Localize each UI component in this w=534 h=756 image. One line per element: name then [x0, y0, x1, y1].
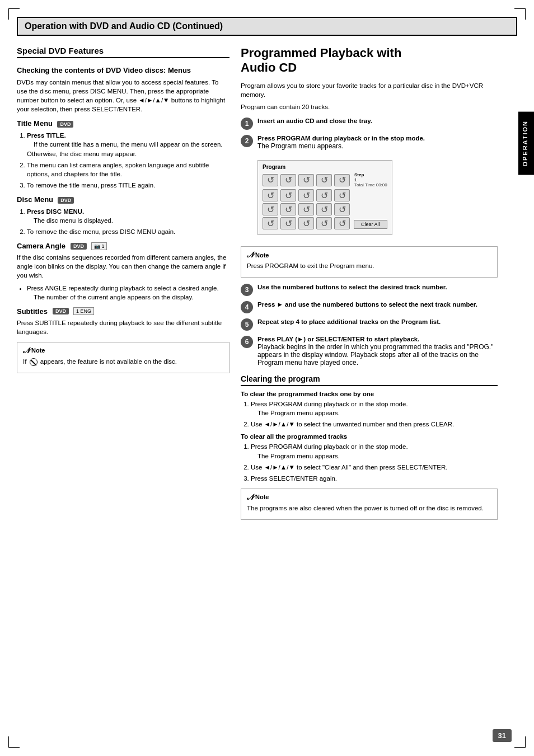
list-item: Press DISC MENU. The disc menu is displa… — [27, 207, 229, 225]
prog-cell: ↺ — [280, 203, 296, 215]
step-num-3: 3 — [241, 284, 253, 296]
clearing-note-text: The programs are also cleared when the p… — [247, 504, 491, 513]
dvd-badge-camera: DVD — [71, 243, 87, 250]
prog-cell: ↺ — [334, 203, 350, 215]
clearing-note-block: 𝒩 Note The programs are also cleared whe… — [241, 489, 498, 520]
program-row-1: ↺ ↺ ↺ ↺ ↺ Step 1 Total Time 00:00 — [263, 172, 387, 187]
prog-cell: ↺ — [316, 174, 332, 186]
title-menu-intro: DVDs may contain menus that allow you to… — [17, 78, 229, 114]
left-column: Special DVD Features Checking the conten… — [17, 46, 229, 525]
step-3-content: Use the numbered buttons to select the d… — [257, 283, 498, 291]
title-menu-label: Title Menu — [17, 119, 53, 128]
pp-intro2: Program can contain 20 tracks. — [241, 102, 498, 111]
program-row-4: ↺ ↺ ↺ ↺ ↺ Clear All — [263, 217, 387, 229]
pp-main-title: Programmed Playback with Audio CD — [241, 46, 498, 76]
step-1-content: Insert an audio CD and close the tray. — [257, 117, 498, 125]
clearing-all-title: To clear all the programmed tracks — [241, 433, 498, 440]
step-num-5: 5 — [241, 318, 253, 331]
clearing-one-by-one-steps: Press PROGRAM during playback or in the … — [251, 400, 498, 429]
clearing-title: Clearing the program — [241, 374, 498, 386]
pp-intro1: Program allows you to store your favorit… — [241, 81, 498, 99]
dvd-badge-subtitles: DVD — [53, 308, 69, 314]
program-ui-header: Program — [263, 164, 387, 170]
prog-cell: ↺ — [263, 203, 278, 215]
step-5: 5 Repeat step 4 to place additional trac… — [241, 318, 498, 331]
list-item: To remove the disc menu, press DISC MENU… — [27, 227, 229, 236]
prog-cell: ↺ — [298, 174, 314, 186]
title-menu-heading: Checking the contents of DVD Video discs… — [17, 66, 229, 74]
list-item: Press ANGLE repeatedly during playback t… — [27, 284, 229, 302]
step-6: 6 Press PLAY (►) or SELECT/ENTER to star… — [241, 335, 498, 367]
camera-angle-list: Press ANGLE repeatedly during playback t… — [27, 284, 229, 302]
clearing-note-title: 𝒩 Note — [247, 492, 491, 502]
prog-cell: ↺ — [298, 203, 314, 215]
disc-menu-steps: Press DISC MENU. The disc menu is displa… — [27, 207, 229, 236]
right-column: Programmed Playback with Audio CD Progra… — [241, 46, 517, 525]
special-dvd-features-title: Special DVD Features — [17, 46, 229, 58]
title-menu-steps: Press TITLE. If the current title has a … — [27, 131, 229, 190]
prog-cell: ↺ — [334, 189, 350, 201]
list-item: Press SELECT/ENTER again. — [251, 474, 498, 483]
camera-angle-body: If the disc contains sequences recorded … — [17, 253, 229, 280]
clearing-one-by-one-title: To clear the programmed tracks one by on… — [241, 391, 498, 397]
prog-cell: ↺ — [334, 217, 350, 229]
right-note-title: 𝒩 Note — [247, 250, 491, 260]
step-num-2: 2 — [241, 135, 253, 147]
dvd-badge-title-menu: DVD — [57, 121, 73, 128]
page-header-title: Operation with DVD and Audio CD (Continu… — [25, 21, 509, 31]
pp-steps: 1 Insert an audio CD and close the tray.… — [241, 117, 498, 367]
list-item: Use ◄/►/▲/▼ to select the unwanted numbe… — [251, 420, 498, 429]
clearing-all-steps: Press PROGRAM during playback or in the … — [251, 442, 498, 482]
prog-cell: ↺ — [316, 217, 332, 229]
step-num-6: 6 — [241, 336, 253, 348]
dvd-badge-disc-menu: DVD — [58, 197, 74, 204]
list-item: To remove the title menu, press TITLE ag… — [27, 181, 229, 190]
prog-cell: ↺ — [263, 174, 278, 186]
camera-angle-label: Camera Angle — [17, 242, 65, 250]
prog-cell: ↺ — [316, 203, 332, 215]
clear-all-button[interactable]: Clear All — [354, 220, 387, 229]
note-icon-right: 𝒩 — [247, 250, 253, 260]
prog-cell: ↺ — [280, 189, 296, 201]
prog-cell: ↺ — [298, 189, 314, 201]
list-item: Use ◄/►/▲/▼ to select "Clear All" and th… — [251, 463, 498, 472]
step-num-4: 4 — [241, 301, 253, 313]
subtitles-icon-badge: 1 ENG — [73, 307, 94, 315]
step-2: 2 Press PROGRAM during playback or in th… — [241, 134, 498, 150]
step-5-content: Repeat step 4 to place additional tracks… — [257, 318, 498, 326]
left-note-text: If appears, the feature is not available… — [23, 357, 223, 366]
step-6-content: Press PLAY (►) or SELECT/ENTER to start … — [257, 335, 498, 367]
disc-menu-label: Disc Menu — [17, 195, 53, 204]
camera-icon-badge: 📷 1 — [91, 242, 107, 250]
step-4: 4 Press ► and use the numbered buttons t… — [241, 300, 498, 313]
step-2-content: Press PROGRAM during playback or in the … — [257, 134, 498, 150]
program-row-3: ↺ ↺ ↺ ↺ ↺ — [263, 203, 387, 215]
left-note-title: 𝒩 Note — [23, 346, 223, 355]
list-item: Press TITLE. If the current title has a … — [27, 131, 229, 158]
step-3: 3 Use the numbered buttons to select the… — [241, 283, 498, 296]
prog-cell: ↺ — [263, 217, 278, 229]
note-icon-left: 𝒩 — [23, 346, 29, 355]
subtitles-body: Press SUBTITLE repeatedly during playbac… — [17, 318, 229, 336]
program-row-2: ↺ ↺ ↺ ↺ ↺ — [263, 189, 387, 201]
program-ui-box: Program ↺ ↺ ↺ ↺ ↺ Step 1 Total Time 00:0… — [257, 160, 392, 235]
prog-cell: ↺ — [280, 174, 296, 186]
step-1: 1 Insert an audio CD and close the tray. — [241, 117, 498, 130]
right-note-text: Press PROGRAM to exit the Program menu. — [247, 261, 491, 270]
prog-cell: ↺ — [316, 189, 332, 201]
page-number: 31 — [493, 729, 512, 742]
no-symbol-icon — [30, 358, 38, 366]
list-item: Press PROGRAM during playback or in the … — [251, 442, 498, 460]
list-item: Press PROGRAM during playback or in the … — [251, 400, 498, 417]
prog-step-info: Step 1 Total Time 00:00 — [354, 172, 387, 187]
step-num-1: 1 — [241, 118, 253, 130]
list-item: The menu can list camera angles, spoken … — [27, 161, 229, 179]
prog-cell: ↺ — [263, 189, 278, 201]
prog-cell: ↺ — [280, 217, 296, 229]
subtitles-label: Subtitles — [17, 307, 48, 316]
page-header: Operation with DVD and Audio CD (Continu… — [17, 17, 517, 36]
prog-cell: ↺ — [334, 174, 350, 186]
left-note-block: 𝒩 Note If appears, the feature is not av… — [17, 342, 229, 373]
right-note-block: 𝒩 Note Press PROGRAM to exit the Program… — [241, 246, 498, 278]
note-icon-clearing: 𝒩 — [247, 492, 253, 502]
